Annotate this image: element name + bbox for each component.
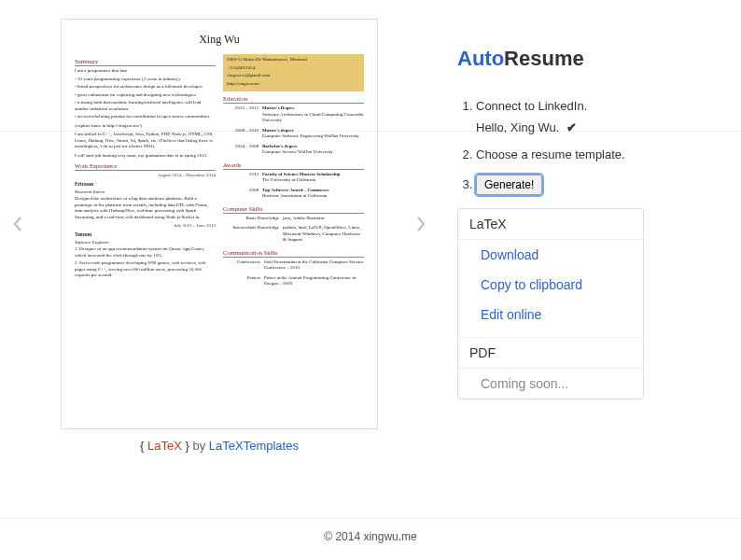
resume-name: Xing Wu [75, 33, 364, 47]
logo: AutoResume [457, 47, 732, 71]
pdf-header: PDF [458, 338, 643, 369]
section-computer: Computer Skills [223, 205, 364, 214]
copy-link[interactable]: Copy to clipboard [458, 270, 643, 300]
pdf-coming-soon: Coming soon... [458, 369, 643, 399]
section-awards: Awards [223, 161, 364, 170]
section-summary: Summary [75, 58, 216, 66]
section-education: Education [223, 95, 364, 104]
credits-link[interactable]: LaTeXTemplates [209, 439, 299, 453]
main-container: Xing Wu Summary I am a programmer that h… [0, 0, 741, 462]
check-icon: ✔ [566, 120, 577, 134]
step-2: Choose a resume template. [476, 147, 732, 161]
steps-list: Connect to LinkedIn. Hello, Xing Wu. ✔ C… [457, 99, 732, 195]
hello-text: Hello, Xing Wu. [476, 120, 559, 134]
prev-arrow-icon[interactable] [9, 216, 26, 232]
step-3: Generate! [476, 175, 732, 195]
latex-header: LaTeX [458, 209, 643, 240]
section-work: Work Experience [75, 162, 216, 171]
section-comm: Communication Skills [223, 249, 364, 258]
contact-box: 2069-12 Boule De Maisonneuve, Montreal +… [223, 54, 364, 91]
step-1: Connect to LinkedIn. Hello, Xing Wu. ✔ [476, 99, 732, 134]
output-box: LaTeX Download Copy to clipboard Edit on… [457, 208, 644, 399]
next-arrow-icon[interactable] [412, 216, 429, 232]
template-credits: { LaTeX } by LaTeXTemplates [9, 439, 429, 453]
right-panel: AutoResume Connect to LinkedIn. Hello, X… [429, 19, 732, 453]
download-link[interactable]: Download [458, 240, 643, 270]
generate-button[interactable]: Generate! [476, 175, 542, 195]
preview-panel: Xing Wu Summary I am a programmer that h… [9, 19, 429, 453]
footer: © 2014 xingwu.me [0, 518, 741, 554]
edit-link[interactable]: Edit online [458, 300, 643, 329]
resume-preview[interactable]: Xing Wu Summary I am a programmer that h… [61, 19, 378, 429]
